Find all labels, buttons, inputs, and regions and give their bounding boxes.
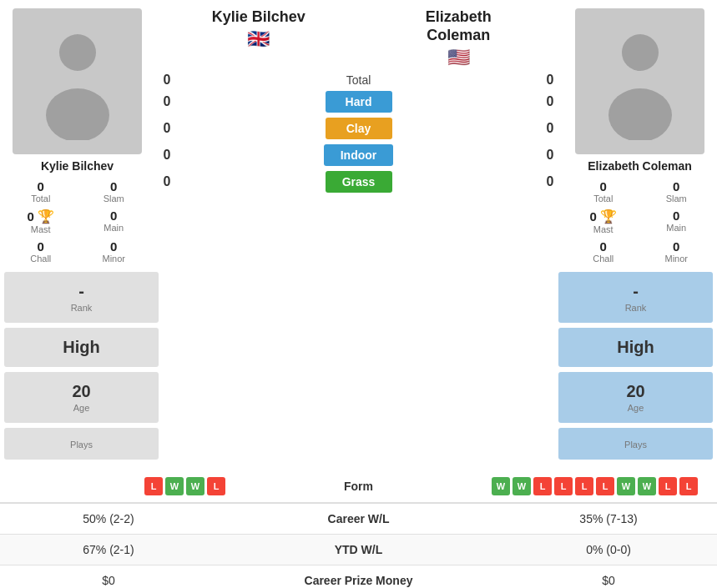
right-form-badge-7: W — [638, 477, 656, 495]
hard-right: 0 — [542, 94, 558, 109]
surface-stats: 0 Hard 0 0 Clay 0 0 Indoor 0 0 Grass — [159, 91, 558, 193]
indoor-left: 0 — [159, 148, 175, 163]
clay-row: 0 Clay 0 — [159, 118, 558, 139]
center-panel: Kylie Bilchev 🇬🇧 ElizabethColeman 🇺🇸 0 T… — [154, 0, 563, 268]
left-slam-stat: 0 Slam — [82, 179, 147, 204]
left-side-cards: - Rank High 20 Age Plays — [4, 272, 159, 462]
right-form-badge-4: L — [575, 477, 593, 495]
ytd-wl-right: 0% (0-0) — [500, 543, 717, 556]
total-label: Total — [346, 73, 371, 87]
left-player-header-name: Kylie Bilchev — [159, 8, 359, 26]
left-slam-label: Slam — [104, 193, 124, 204]
right-minor-value: 0 — [673, 239, 679, 254]
right-chall-stat: 0 Chall — [571, 239, 636, 264]
left-player-name: Kylie Bilchev — [41, 159, 114, 173]
right-form-badge-0: W — [492, 477, 510, 495]
left-rank-label: Rank — [13, 303, 150, 313]
prize-label: Career Prize Money — [217, 574, 500, 587]
form-label: Form — [225, 480, 492, 493]
left-plays-label: Plays — [13, 440, 150, 450]
left-form-badge-3: L — [207, 477, 225, 495]
left-slam-value: 0 — [110, 179, 117, 193]
right-player-name: Elizabeth Coleman — [588, 159, 691, 173]
svg-point-1 — [46, 88, 109, 140]
indoor-right: 0 — [542, 148, 558, 163]
clay-right: 0 — [542, 121, 558, 136]
hard-row: 0 Hard 0 — [159, 91, 558, 113]
ytd-wl-label: YTD W/L — [217, 543, 500, 556]
career-wl-label: Career W/L — [217, 512, 500, 525]
clay-badge: Clay — [326, 118, 392, 139]
left-form-badge-0: L — [144, 477, 163, 495]
left-age-value: 20 — [13, 382, 150, 401]
right-mast-label: Mast — [593, 224, 613, 234]
indoor-row: 0 Indoor 0 — [159, 144, 558, 166]
right-slam-value: 0 — [673, 179, 679, 193]
left-rank-value: - — [13, 282, 150, 301]
left-high-value: High — [13, 338, 150, 357]
prize-row: $0 Career Prize Money $0 — [0, 565, 717, 588]
right-form-badge-1: W — [513, 477, 531, 495]
right-chall-label: Chall — [593, 254, 613, 264]
left-chall-stat: 0 Chall — [8, 239, 73, 264]
right-form-badge-6: W — [617, 477, 635, 495]
right-form-badge-8: L — [659, 477, 677, 495]
grass-row: 0 Grass 0 — [159, 171, 558, 193]
left-chall-value: 0 — [38, 239, 44, 254]
right-mast-stat: 0 🏆 Mast — [571, 209, 636, 234]
left-trophy-icon: 🏆 — [38, 209, 54, 224]
right-form-badge-5: L — [596, 477, 614, 495]
clay-left: 0 — [159, 121, 175, 136]
main-container: Kylie Bilchev 0 Total 0 Slam 0 🏆 Mast — [0, 0, 717, 588]
left-age-card: 20 Age — [4, 372, 159, 423]
left-chall-label: Chall — [30, 254, 51, 264]
left-age-label: Age — [13, 403, 150, 413]
left-minor-label: Minor — [102, 254, 125, 264]
right-flag: 🇺🇸 — [359, 47, 559, 68]
prize-right: $0 — [500, 574, 717, 587]
left-total-label: Total — [31, 193, 50, 204]
right-chall-value: 0 — [600, 239, 607, 254]
left-mast-label: Mast — [31, 224, 51, 234]
left-player-stats: 0 Total 0 Slam 0 🏆 Mast 0 Main — [4, 179, 150, 264]
ytd-wl-left: 67% (2-1) — [0, 543, 217, 556]
svg-point-3 — [608, 88, 672, 140]
total-row: 0 Total 0 — [159, 73, 558, 88]
left-form-badge-2: W — [186, 477, 204, 495]
grass-left: 0 — [159, 174, 175, 189]
svg-point-2 — [622, 34, 659, 71]
right-plays-card: Plays — [558, 428, 713, 460]
left-player-panel: Kylie Bilchev 0 Total 0 Slam 0 🏆 Mast — [0, 0, 154, 268]
right-high-value: High — [567, 338, 704, 357]
left-plays-card: Plays — [4, 428, 159, 460]
prize-left: $0 — [0, 574, 217, 587]
center-spacer — [161, 272, 556, 462]
right-age-label: Age — [567, 403, 704, 413]
hard-left: 0 — [159, 94, 175, 109]
side-cards-section: - Rank High 20 Age Plays - Rank High — [0, 268, 717, 470]
right-main-label: Main — [666, 223, 686, 233]
left-total-value: 0 — [38, 179, 44, 193]
right-main-value: 0 — [673, 209, 679, 223]
right-side-cards: - Rank High 20 Age Plays — [558, 272, 713, 462]
right-player-panel: Elizabeth Coleman 0 Total 0 Slam 0 🏆 Mas… — [563, 0, 717, 268]
ytd-wl-row: 67% (2-1) YTD W/L 0% (0-0) — [0, 535, 717, 565]
career-wl-row: 50% (2-2) Career W/L 35% (7-13) — [0, 504, 717, 535]
right-rank-card: - Rank — [558, 272, 713, 323]
right-total-stat: 0 Total — [571, 179, 636, 204]
right-minor-label: Minor — [664, 254, 688, 264]
hard-badge: Hard — [326, 91, 392, 113]
right-age-card: 20 Age — [558, 372, 713, 423]
right-high-card: High — [558, 328, 713, 367]
right-form-badge-3: L — [554, 477, 573, 495]
left-form-badge-1: W — [165, 477, 184, 495]
career-wl-right: 35% (7-13) — [500, 512, 717, 525]
right-form-badge-2: L — [533, 477, 552, 495]
left-flag: 🇬🇧 — [159, 28, 359, 50]
right-age-value: 20 — [567, 382, 704, 401]
right-form: W W L L L L W W L L — [492, 477, 709, 495]
right-mast-value: 0 🏆 — [590, 209, 617, 224]
right-rank-value: - — [567, 282, 704, 301]
left-total-stat: 0 Total — [8, 179, 73, 204]
left-form: L W W L — [8, 477, 225, 495]
